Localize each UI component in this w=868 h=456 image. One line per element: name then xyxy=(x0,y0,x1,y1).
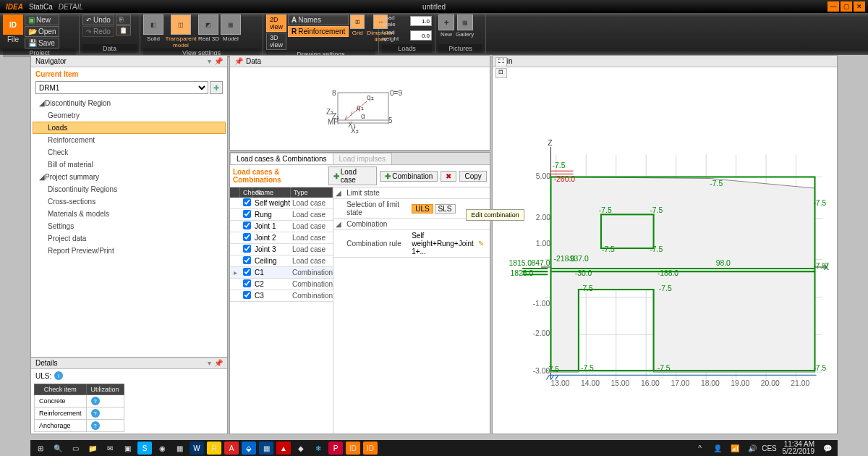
load-weight-input[interactable] xyxy=(410,30,432,41)
tree-header-summary[interactable]: ◢Project summary xyxy=(33,171,226,183)
info-icon[interactable]: ? xyxy=(91,421,100,430)
details-pin-icon[interactable]: 📌 xyxy=(214,359,223,367)
close-button[interactable]: ✕ xyxy=(854,1,865,12)
add-combination-button[interactable]: ✚Combination xyxy=(380,171,438,182)
loadcase-checkbox[interactable] xyxy=(243,233,251,241)
uls-button[interactable]: ULS xyxy=(412,204,433,214)
tree-loads[interactable]: Loads xyxy=(33,122,226,134)
ideastatica2-icon[interactable]: ID xyxy=(363,442,378,455)
explorer-icon[interactable]: 📁 xyxy=(85,442,100,455)
tree-projectdata[interactable]: Project data xyxy=(33,232,226,245)
loadcase-checkbox[interactable] xyxy=(243,268,251,276)
check-reinforcement[interactable]: Reinforcement xyxy=(35,408,87,420)
add-loadcase-button[interactable]: ✚Load case xyxy=(328,166,378,185)
tree-header-region[interactable]: ◢Discontinuity Region xyxy=(33,97,226,109)
maximize-button[interactable]: ▢ xyxy=(841,1,852,12)
rhino-icon[interactable]: R xyxy=(207,442,221,455)
model-icon[interactable]: ▦ xyxy=(221,14,241,35)
loadcase-checkbox[interactable] xyxy=(243,198,251,206)
ppt-icon[interactable]: P xyxy=(328,442,343,455)
app-icon[interactable]: ▦ xyxy=(172,442,187,455)
tree-bom[interactable]: Bill of material xyxy=(33,159,226,171)
expander-icon[interactable]: ◢ xyxy=(333,220,344,228)
nav-pin-icon[interactable]: 📌 xyxy=(214,57,223,65)
loadcase-checkbox[interactable] xyxy=(243,221,251,229)
gallery-icon[interactable]: ▦ xyxy=(457,14,473,30)
loadcase-row[interactable]: Joint 3Load case xyxy=(230,244,333,256)
details-dropdown-icon[interactable]: ▾ xyxy=(208,359,211,367)
nav-dropdown-icon[interactable]: ▾ xyxy=(208,57,211,65)
loadcase-checkbox[interactable] xyxy=(243,279,251,287)
info-icon[interactable]: ? xyxy=(91,409,100,418)
current-item-select[interactable]: DRM1 xyxy=(35,81,208,94)
info-icon[interactable]: ? xyxy=(91,397,100,405)
tray-people-icon[interactable]: 👤 xyxy=(710,442,725,455)
loadcase-checkbox[interactable] xyxy=(243,210,251,218)
check-concrete[interactable]: Concrete xyxy=(35,395,87,408)
app2-icon[interactable]: ▦ xyxy=(259,442,273,455)
info-icon[interactable]: i xyxy=(54,371,63,380)
copy-button[interactable]: ⎘ xyxy=(116,14,131,25)
notifications-icon[interactable]: 💬 xyxy=(820,442,835,455)
add-item-button[interactable]: ✚ xyxy=(210,81,223,94)
copy-button[interactable]: Copy xyxy=(459,171,486,182)
word-icon[interactable]: W xyxy=(190,442,204,455)
tray-volume-icon[interactable]: 🔊 xyxy=(745,442,760,455)
pic-new-icon[interactable]: ✚ xyxy=(438,14,454,30)
tab-loadcases[interactable]: Load cases & Combinations xyxy=(230,153,333,164)
vs-icon[interactable]: ⬙ xyxy=(242,442,256,455)
loadcase-row[interactable]: Joint 2Load case xyxy=(230,232,333,244)
taskview-button[interactable]: ▭ xyxy=(68,442,82,455)
tree-crosssections[interactable]: Cross-sections xyxy=(33,195,226,208)
loadcase-row[interactable]: C3Combination xyxy=(230,290,333,302)
clock[interactable]: 11:34 AM5/22/2019 xyxy=(780,441,818,455)
loadcase-checkbox[interactable] xyxy=(243,245,251,253)
save-button[interactable]: 💾Save xyxy=(25,38,59,48)
loadcase-checkbox[interactable] xyxy=(243,291,251,299)
check-anchorage[interactable]: Anchorage xyxy=(35,420,87,432)
transparent-icon[interactable]: ◫ xyxy=(171,14,191,35)
tree-report[interactable]: Report Preview/Print xyxy=(33,245,226,257)
tree-regions[interactable]: Discontinuity Regions xyxy=(33,183,226,195)
outlook-icon[interactable]: ✉ xyxy=(103,442,117,455)
minimize-button[interactable]: — xyxy=(827,1,839,12)
expander-icon[interactable]: ◢ xyxy=(333,189,344,197)
reinforcement-button[interactable]: R Reinforcement xyxy=(288,26,349,37)
tray-network-icon[interactable]: 📶 xyxy=(728,442,742,455)
solid-icon[interactable]: ◧ xyxy=(143,14,163,35)
undo-button[interactable]: ↶ Undo xyxy=(82,14,114,25)
view3d-button[interactable]: 3D view xyxy=(266,33,286,50)
app3-icon[interactable]: ◆ xyxy=(294,442,308,455)
loadcase-row[interactable]: ▸C1Combination xyxy=(230,267,333,279)
redo-button[interactable]: ↷ Redo xyxy=(82,26,114,37)
pdf-icon[interactable]: ▲ xyxy=(276,442,291,455)
sls-button[interactable]: SLS xyxy=(435,204,456,214)
loadcase-row[interactable]: RungLoad case xyxy=(230,209,333,221)
zoom-fit-button[interactable]: ⛶ xyxy=(495,57,507,67)
tray-lang[interactable]: CES xyxy=(762,442,777,455)
tree-check[interactable]: Check xyxy=(33,146,226,159)
data-pin-icon[interactable]: 📌 xyxy=(234,57,243,65)
snow-icon[interactable]: ❄ xyxy=(311,442,326,455)
totalcmd-icon[interactable]: ▣ xyxy=(120,442,135,455)
open-button[interactable]: 📂Open xyxy=(25,26,59,37)
view2d-button[interactable]: 2D view xyxy=(266,14,286,32)
loadcase-checkbox[interactable] xyxy=(243,256,251,264)
load-scale-input[interactable] xyxy=(410,16,432,26)
paste-button[interactable]: 📋 xyxy=(116,25,131,35)
app-logo-button[interactable]: ID xyxy=(3,14,23,35)
names-button[interactable]: A Names xyxy=(288,14,349,25)
delete-button[interactable]: ✖ xyxy=(441,171,456,182)
tab-impulses[interactable]: Load impulses xyxy=(333,153,392,164)
chrome-icon[interactable]: ◉ xyxy=(155,442,169,455)
search-button[interactable]: 🔍 xyxy=(51,442,65,455)
new-button[interactable]: ▣New xyxy=(25,14,59,25)
loadcase-row[interactable]: Joint 1Load case xyxy=(230,221,333,232)
tree-geometry[interactable]: Geometry xyxy=(33,109,226,122)
tree-settings[interactable]: Settings xyxy=(33,220,226,232)
tray-up-icon[interactable]: ^ xyxy=(693,442,707,455)
start-button[interactable]: ⊞ xyxy=(33,442,48,455)
ideastatica-icon[interactable]: ID xyxy=(346,442,360,455)
skype-icon[interactable]: S xyxy=(137,442,152,455)
tree-materials[interactable]: Materials & models xyxy=(33,208,226,220)
